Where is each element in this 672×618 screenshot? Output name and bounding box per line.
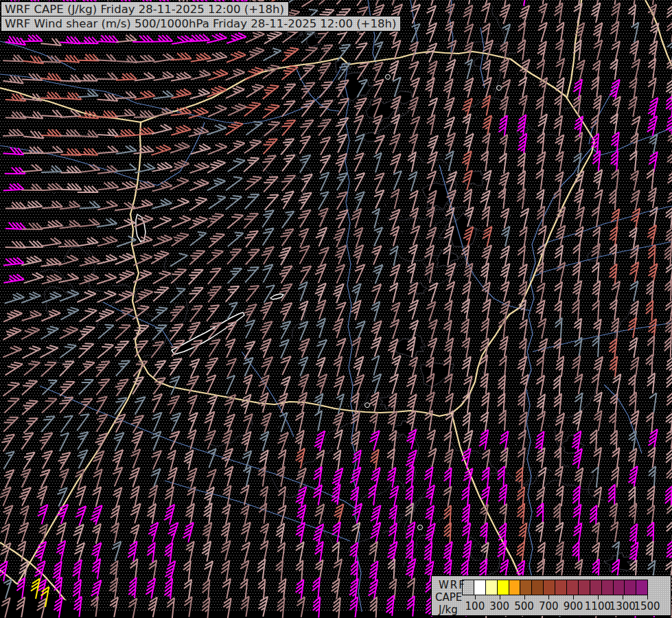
legend-cell — [497, 580, 509, 595]
legend-tick — [573, 595, 574, 599]
legend-tick-label: 900 — [564, 600, 583, 613]
legend-tick-label: 100 — [465, 600, 485, 613]
legend-cell — [462, 580, 474, 595]
legend-tick — [500, 595, 500, 599]
legend-tick-label: 1300 — [610, 600, 636, 613]
legend-cell — [474, 580, 486, 595]
legend-tick-label: 1100 — [585, 600, 611, 613]
legend-cell — [543, 580, 555, 595]
weather-map-canvas — [0, 0, 672, 618]
legend-cell — [555, 580, 567, 595]
legend-tick-label: 1500 — [634, 600, 660, 613]
legend-tick — [647, 595, 648, 599]
title-wind-shear: WRF Wind shear (m/s) 500/1000hPa Friday … — [1, 16, 401, 32]
title-cape: WRF CAPE (J/kg) Friday 28-11-2025 12:00 … — [1, 1, 289, 17]
legend-cell — [590, 580, 602, 595]
legend-tick — [524, 595, 525, 599]
legend-tick — [548, 595, 549, 599]
legend-cell — [566, 580, 579, 595]
weather-map-page: WRF CAPE (J/kg) Friday 28-11-2025 12:00 … — [0, 0, 672, 618]
legend-tick — [598, 595, 599, 599]
legend-label-cape: CAPE — [435, 593, 462, 603]
legend-label-unit: J/kg — [439, 605, 458, 615]
legend-tick — [475, 595, 476, 599]
legend-cell — [531, 580, 544, 595]
legend-cell — [578, 580, 590, 595]
legend-cell — [485, 580, 498, 595]
legend-tick — [623, 595, 623, 599]
legend-panel: WRF CAPE J/kg 10030050070090011001300150… — [431, 575, 671, 616]
legend-colorbar — [463, 580, 648, 595]
legend-cell — [636, 580, 648, 595]
legend-tick-label: 700 — [539, 600, 559, 613]
legend-cell — [624, 580, 636, 595]
legend-cell — [613, 580, 625, 595]
legend-cell — [520, 580, 532, 595]
legend-tick-label: 300 — [489, 600, 509, 613]
legend-cell — [509, 580, 521, 595]
legend-cell — [601, 580, 614, 595]
legend-tick-label: 500 — [514, 600, 534, 613]
